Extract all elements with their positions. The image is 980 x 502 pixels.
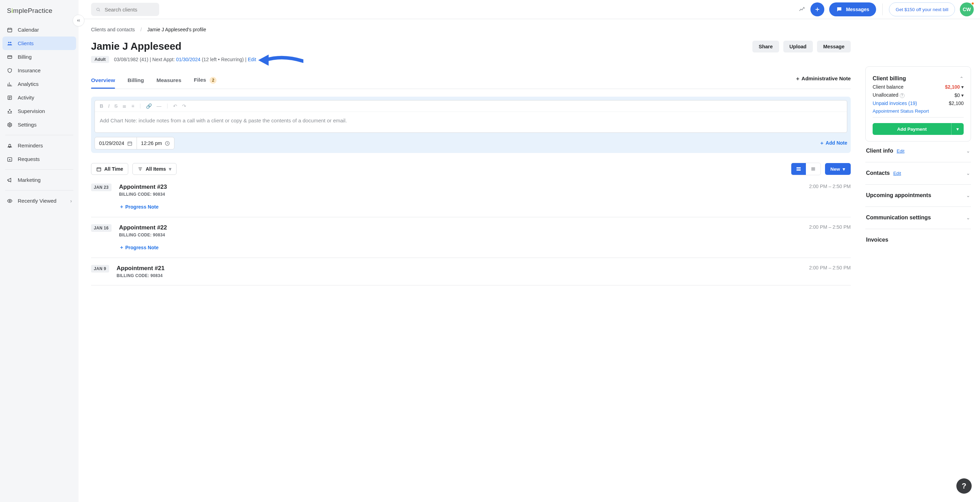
panel-invoices[interactable]: Invoices <box>865 231 971 250</box>
note-date-input[interactable]: 01/29/2024 <box>95 137 137 149</box>
messages-button[interactable]: Messages <box>829 2 876 16</box>
italic-icon[interactable]: I <box>108 103 110 109</box>
next-appt-date-link[interactable]: 01/30/2024 <box>176 57 200 62</box>
unpaid-invoices-link[interactable]: Unpaid invoices (19) <box>873 100 917 106</box>
brand-logo[interactable]: SimplePractice <box>0 6 78 23</box>
appt-title: Appointment #22 <box>119 224 802 231</box>
view-cards-button[interactable] <box>791 163 806 175</box>
note-time-input[interactable]: 12:26 pm <box>137 137 174 149</box>
sidebar-item-requests[interactable]: Requests <box>2 152 76 166</box>
appt-time: 2:00 PM – 2:50 PM <box>809 183 851 210</box>
progress-note-link[interactable]: ＋ Progress Note <box>119 244 159 251</box>
plus-icon: ＋ <box>819 140 826 146</box>
share-button[interactable]: Share <box>752 41 779 53</box>
activity-chart-icon[interactable] <box>799 6 805 13</box>
sidebar-item-analytics[interactable]: Analytics <box>2 77 76 91</box>
progress-note-link[interactable]: ＋ Progress Note <box>119 204 159 210</box>
chevron-down-icon: ⌄ <box>966 148 970 154</box>
sidebar-item-reminders[interactable]: Reminders <box>2 139 76 152</box>
sidebar-label: Marketing <box>18 177 41 183</box>
billing-card-title: Client billing <box>873 75 906 82</box>
number-list-icon[interactable]: ≡ <box>131 103 134 109</box>
appointment-row[interactable]: JAN 16 Appointment #22 BILLING CODE: 908… <box>91 217 851 258</box>
edit-contacts-link[interactable]: Edit <box>893 171 901 176</box>
add-payment-dropdown[interactable]: ▾ <box>951 123 964 135</box>
chart-note-block: B I S ≣ ≡ 🔗 — ↶ ↷ Add Chart Note <box>91 97 851 153</box>
panel-upcoming[interactable]: Upcoming appointments ⌄ <box>865 186 971 205</box>
sidebar-item-activity[interactable]: Activity <box>2 91 76 104</box>
sidebar-label: Settings <box>18 122 37 127</box>
sidebar-item-recently-viewed[interactable]: Recently Viewed › <box>2 194 76 207</box>
sidebar-item-billing[interactable]: Billing <box>2 50 76 64</box>
message-button[interactable]: Message <box>817 41 851 53</box>
client-meta: Adult 03/08/1982 (41) | Next Appt: 01/30… <box>91 56 851 63</box>
message-icon <box>836 6 842 13</box>
redo-icon[interactable]: ↷ <box>182 103 186 109</box>
filter-all-time[interactable]: All Time <box>91 163 128 175</box>
tab-files[interactable]: Files 2 <box>194 73 217 89</box>
crumb-root[interactable]: Clients and contacts <box>91 27 135 32</box>
collapse-sidebar-button[interactable] <box>73 14 84 26</box>
sidebar-label: Calendar <box>18 27 39 33</box>
help-button[interactable]: ? <box>956 478 972 494</box>
chevron-up-icon[interactable]: ⌃ <box>959 76 964 81</box>
edit-client-info-link[interactable]: Edit <box>897 148 904 154</box>
client-billing-card: Client billing ⌃ Client balance $2,100 ▾… <box>865 66 971 142</box>
tab-measures[interactable]: Measures <box>156 74 181 88</box>
client-type-badge: Adult <box>91 56 109 63</box>
breadcrumb: Clients and contacts / Jamie J Appleseed… <box>91 27 851 32</box>
view-list-button[interactable] <box>806 163 821 175</box>
sidebar-item-marketing[interactable]: Marketing <box>2 173 76 187</box>
appt-date-chip: JAN 16 <box>91 224 111 232</box>
avatar-initials: CW <box>963 6 970 12</box>
strike-icon[interactable]: S <box>115 103 118 109</box>
upload-button[interactable]: Upload <box>783 41 813 53</box>
plus-icon: ＋ <box>795 75 802 81</box>
appt-status-report-link[interactable]: Appointment Status Report <box>873 108 929 114</box>
sidebar-item-supervision[interactable]: Supervision <box>2 104 76 118</box>
panel-communication[interactable]: Communication settings ⌄ <box>865 208 971 227</box>
sidebar-item-insurance[interactable]: Insurance <box>2 64 76 77</box>
undo-icon[interactable]: ↶ <box>173 103 177 109</box>
sidebar-label: Reminders <box>18 143 43 148</box>
sidebar-item-clients[interactable]: Clients <box>2 37 76 50</box>
chevron-down-icon[interactable]: ▾ <box>961 92 964 98</box>
appt-billing-code: BILLING CODE: 90834 <box>117 273 802 278</box>
add-admin-note-button[interactable]: ＋ Administrative Note <box>795 75 851 87</box>
hr-icon[interactable]: — <box>157 103 162 109</box>
plus-icon: ＋ <box>119 204 124 210</box>
avatar[interactable]: CW <box>960 2 974 16</box>
sidebar-item-settings[interactable]: Settings <box>2 118 76 131</box>
promo-button[interactable]: Get $150 off your next bill <box>889 2 955 16</box>
add-button[interactable] <box>810 2 824 16</box>
edit-client-link[interactable]: Edit <box>248 57 256 62</box>
svg-point-1 <box>8 42 10 43</box>
unalloc-value: $0 <box>955 92 960 98</box>
chart-note-textarea[interactable]: Add Chart Note: include notes from a cal… <box>95 112 847 132</box>
add-note-button[interactable]: ＋ Add Note <box>819 140 847 147</box>
filter-all-items[interactable]: All Items ▾ <box>132 163 176 175</box>
add-payment-button[interactable]: Add Payment <box>873 123 951 135</box>
search-input[interactable] <box>91 3 159 16</box>
filter-icon <box>138 167 143 172</box>
panel-contacts[interactable]: ContactsEdit ⌄ <box>865 164 971 183</box>
new-button[interactable]: New ▾ <box>825 163 851 175</box>
sidebar-item-calendar[interactable]: Calendar <box>2 23 76 37</box>
chevron-down-icon[interactable]: ▾ <box>961 84 964 90</box>
svg-rect-17 <box>797 169 801 171</box>
tab-billing[interactable]: Billing <box>127 74 144 88</box>
sidebar-label: Analytics <box>18 81 38 87</box>
chevron-down-icon: ▾ <box>169 166 171 172</box>
list-icon <box>6 95 13 100</box>
bullet-list-icon[interactable]: ≣ <box>123 103 127 109</box>
help-icon[interactable]: ? <box>900 93 905 98</box>
link-icon[interactable]: 🔗 <box>146 103 152 109</box>
calendar-icon <box>6 27 13 33</box>
sidebar-label: Activity <box>18 94 34 100</box>
tab-overview[interactable]: Overview <box>91 74 115 88</box>
appointment-row[interactable]: JAN 23 Appointment #23 BILLING CODE: 908… <box>91 183 851 217</box>
bold-icon[interactable]: B <box>100 103 103 109</box>
appointment-row[interactable]: JAN 9 Appointment #21 BILLING CODE: 9083… <box>91 258 851 285</box>
panel-client-info[interactable]: Client infoEdit ⌄ <box>865 142 971 161</box>
balance-label: Client balance <box>873 84 904 90</box>
